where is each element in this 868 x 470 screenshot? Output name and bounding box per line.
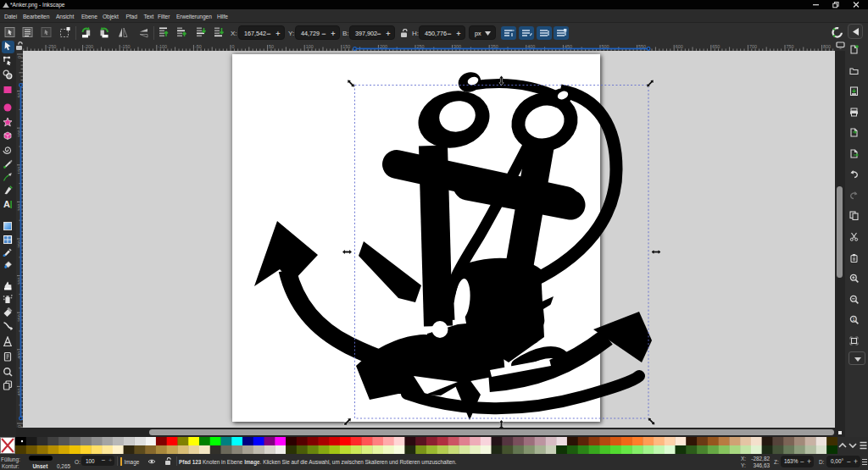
svg-text:500: 500 (602, 44, 609, 49)
svg-text:-150: -150 (121, 44, 131, 49)
svg-text:1: 1 (852, 317, 854, 322)
svg-text:350: 350 (491, 44, 498, 49)
svg-text:650: 650 (712, 44, 720, 49)
svg-text:-100: -100 (158, 44, 167, 49)
svg-text:250: 250 (417, 44, 425, 49)
svg-text:A: A (3, 199, 10, 209)
svg-text:200: 200 (380, 44, 387, 49)
svg-text:700: 700 (749, 44, 757, 49)
svg-text:150: 150 (342, 44, 350, 49)
svg-text:-250: -250 (47, 44, 57, 49)
svg-text:100: 100 (306, 44, 314, 49)
svg-text:-50: -50 (195, 44, 202, 49)
svg-text:300: 300 (453, 44, 461, 49)
svg-text:0: 0 (17, 56, 22, 58)
svg-text:-200: -200 (84, 44, 93, 49)
svg-text:400: 400 (527, 44, 535, 49)
svg-text:800: 800 (823, 44, 831, 49)
svg-text:50: 50 (269, 44, 274, 49)
svg-text:750: 750 (787, 44, 794, 49)
svg-text:450: 450 (565, 44, 572, 49)
svg-text:550: 550 (638, 44, 646, 49)
svg-text:0: 0 (232, 44, 235, 49)
svg-text:600: 600 (676, 44, 683, 49)
